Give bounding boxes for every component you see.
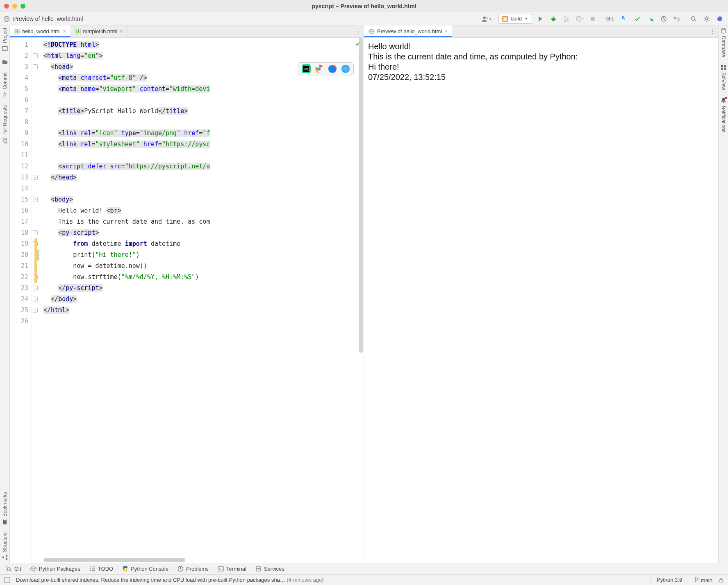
svg-point-39	[9, 569, 11, 571]
quick-access-icon[interactable]	[4, 577, 10, 583]
tool-window-python-packages[interactable]: Python Packages	[30, 566, 80, 572]
svg-rect-33	[721, 65, 723, 67]
status-bar: Download pre-built shared indexes: Reduc…	[0, 574, 728, 585]
svg-point-38	[7, 569, 8, 571]
tool-window-pull-requests[interactable]: Pull Requests	[2, 105, 8, 144]
preview-tab[interactable]: Preview of hello_world.html ×	[364, 25, 452, 37]
code-editor[interactable]: 1234567891011121314151617181920212223242…	[10, 38, 364, 563]
tool-window-commit[interactable]: Commit	[2, 73, 8, 98]
vcs-rollback-button[interactable]	[672, 14, 682, 24]
vcs-push-button[interactable]	[646, 14, 655, 24]
preview-line: Hi there!	[368, 62, 714, 72]
right-tool-window-stripe: Database SciView Notifications	[718, 25, 728, 563]
coverage-button[interactable]	[562, 14, 571, 24]
vcs-gutter[interactable]	[39, 38, 41, 563]
tool-window-git[interactable]: Git	[6, 566, 21, 572]
svg-rect-16	[6, 558, 7, 560]
run-button[interactable]	[535, 14, 545, 24]
svg-point-15	[3, 138, 5, 140]
tool-window-todo[interactable]: TODO	[89, 566, 113, 572]
tool-window-terminal[interactable]: Terminal	[218, 566, 246, 572]
tool-window-database[interactable]: Database	[721, 28, 726, 57]
svg-rect-43	[256, 569, 261, 571]
separator	[685, 14, 685, 23]
editor-tab-row: H hello_world.html × H matplotlib.html ×…	[10, 25, 364, 38]
vcs-commit-button[interactable]	[632, 14, 642, 24]
svg-point-9	[692, 16, 695, 20]
git-branch-widget[interactable]: main	[694, 577, 712, 583]
tool-window-notifications[interactable]: Notifications	[721, 98, 726, 132]
profile-button[interactable]: ▾	[575, 14, 585, 24]
preview-line: This is the current date and time, as co…	[368, 52, 714, 61]
svg-rect-17	[6, 555, 7, 557]
svg-rect-7	[591, 17, 594, 20]
window-minimize-button[interactable]	[12, 4, 17, 9]
run-configuration-selector[interactable]: build ▼	[498, 14, 532, 24]
svg-rect-34	[724, 65, 726, 67]
code-with-me-icon[interactable]	[715, 14, 725, 24]
python-interpreter-widget[interactable]: Python 3.9	[657, 577, 682, 583]
svg-point-2	[487, 17, 488, 19]
editor-horizontal-scrollbar[interactable]	[43, 558, 359, 562]
svg-point-46	[695, 580, 696, 581]
preview-tab-row: Preview of hello_world.html × ⋮	[364, 25, 718, 38]
editor-vertical-scrollbar[interactable]	[359, 38, 363, 563]
chrome-icon[interactable]	[315, 64, 324, 73]
vcs-history-button[interactable]	[659, 14, 669, 24]
preview-content: Hello world! This is the current date an…	[364, 38, 718, 563]
svg-point-45	[695, 577, 696, 578]
tool-window-services[interactable]: Services	[255, 566, 284, 572]
window-zoom-button[interactable]	[20, 4, 25, 9]
safari-icon[interactable]	[341, 64, 350, 73]
svg-point-5	[552, 18, 555, 21]
title-bar: pyscript – Preview of hello_world.html	[0, 0, 728, 12]
line-number-gutter: 1234567891011121314151617181920212223242…	[10, 38, 32, 563]
firefox-icon[interactable]	[328, 64, 337, 73]
collaboration-icon[interactable]: ▾	[482, 14, 491, 24]
navigation-bar: Preview of hello_world.html ▾ build ▼ ▾	[0, 12, 728, 25]
settings-button[interactable]	[702, 14, 712, 24]
svg-point-47	[697, 578, 698, 579]
breadcrumb[interactable]: Preview of hello_world.html	[13, 16, 83, 22]
preview-line: Hello world!	[368, 42, 714, 51]
svg-rect-41	[218, 567, 223, 571]
folding-gutter[interactable]: −−−−−−−−−−	[32, 38, 39, 563]
svg-point-27	[318, 68, 321, 70]
vcs-update-button[interactable]	[619, 14, 629, 24]
svg-point-13	[5, 142, 7, 143]
close-tab-icon[interactable]: ×	[63, 28, 66, 34]
svg-rect-44	[5, 577, 10, 583]
svg-rect-36	[724, 68, 726, 70]
globe-icon	[3, 16, 10, 22]
debug-button[interactable]	[548, 14, 558, 24]
left-tool-window-stripe: Project Commit Pull Requests Bookmarks S…	[0, 25, 10, 563]
pycharm-preview-icon[interactable]: PC	[302, 64, 311, 73]
tool-window-sciview[interactable]: SciView	[721, 64, 726, 90]
run-config-label: build	[510, 16, 521, 22]
stop-button[interactable]	[588, 14, 598, 24]
svg-point-10	[706, 18, 708, 20]
svg-point-37	[7, 567, 8, 568]
globe-icon	[368, 28, 375, 35]
editor-tab-hello-world[interactable]: H hello_world.html ×	[10, 25, 71, 37]
editor-tab-matplotlib[interactable]: H matplotlib.html ×	[71, 25, 127, 37]
window-close-button[interactable]	[4, 4, 9, 9]
status-message[interactable]: Download pre-built shared indexes: Reduc…	[16, 577, 645, 583]
tool-window-python-console[interactable]: Python Console	[122, 566, 168, 572]
svg-rect-3	[503, 16, 507, 21]
tool-window-bookmarks[interactable]: Bookmarks	[2, 492, 8, 525]
editor-tabs-more-icon[interactable]: ⋮	[352, 25, 364, 37]
preview-tabs-more-icon[interactable]: ⋮	[707, 25, 718, 37]
search-everywhere-button[interactable]	[689, 14, 698, 24]
tool-window-problems[interactable]: Problems	[177, 566, 209, 572]
separator	[495, 14, 495, 23]
close-tab-icon[interactable]: ×	[444, 28, 448, 34]
tool-window-project[interactable]: Project	[2, 28, 8, 51]
html-file-icon: H	[75, 29, 81, 34]
tool-window-structure[interactable]: Structure	[2, 532, 8, 560]
folder-icon[interactable]	[2, 59, 8, 65]
svg-rect-11	[2, 46, 7, 50]
html-file-icon: H	[14, 29, 20, 34]
read-only-lock-icon[interactable]	[718, 577, 724, 583]
close-tab-icon[interactable]: ×	[120, 28, 123, 34]
